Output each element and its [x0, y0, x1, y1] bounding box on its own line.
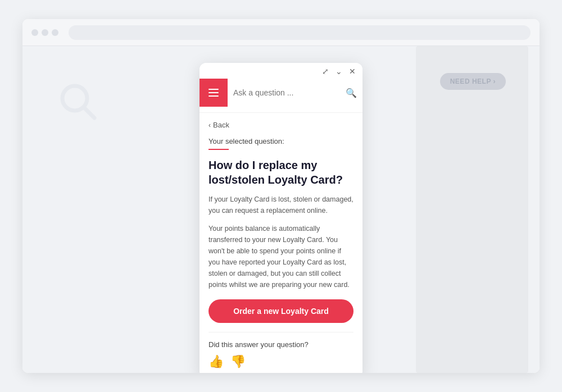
question-title: How do I replace my lost/stolen Loyalty …	[209, 158, 353, 187]
order-loyalty-card-button[interactable]: Order a new Loyalty Card	[209, 299, 353, 323]
address-bar[interactable]	[69, 25, 531, 40]
browser-dot-green	[52, 29, 58, 36]
answer-paragraph-1: If your Loyalty Card is lost, stolen or …	[209, 194, 353, 216]
close-icon[interactable]: ✕	[349, 67, 356, 75]
menu-button[interactable]	[200, 79, 228, 107]
widget-body: ‹ Back Your selected question: How do I …	[200, 113, 362, 373]
browser-dot-red	[31, 29, 38, 36]
background-panel	[416, 46, 528, 373]
thumbs-up-icon[interactable]: 👍	[209, 354, 224, 369]
browser-toolbar	[22, 19, 540, 46]
widget-controls: ⤢ ⌄ ✕	[200, 63, 362, 79]
chevron-down-icon[interactable]: ⌄	[336, 67, 342, 75]
back-chevron-icon: ‹	[209, 121, 211, 129]
browser-dot-yellow	[42, 29, 48, 36]
page-content: NEED HELP › ⤢ ⌄ ✕ �	[22, 46, 540, 373]
feedback-icons: 👍 👎	[209, 354, 353, 369]
search-icon[interactable]: 🔍	[346, 88, 357, 98]
background-search-icon	[56, 80, 101, 125]
browser-dots	[31, 29, 58, 36]
feedback-section: Did this answer your question? 👍 👎	[209, 332, 353, 369]
back-label: Back	[213, 121, 229, 129]
expand-icon[interactable]: ⤢	[322, 67, 329, 75]
svg-line-1	[84, 107, 94, 118]
question-label: Your selected question:	[209, 137, 353, 145]
feedback-label: Did this answer your question?	[209, 340, 353, 349]
search-area: 🔍	[228, 88, 362, 98]
browser-window: NEED HELP › ⤢ ⌄ ✕ �	[22, 19, 540, 373]
search-input[interactable]	[233, 88, 346, 97]
widget-header: 🔍	[200, 79, 362, 113]
hamburger-icon	[209, 89, 219, 97]
need-help-button[interactable]: NEED HELP ›	[440, 73, 506, 90]
answer-paragraph-2: Your points balance is automatically tra…	[209, 223, 353, 290]
back-link[interactable]: ‹ Back	[209, 121, 353, 129]
chat-widget: ⤢ ⌄ ✕ 🔍	[200, 63, 362, 373]
red-underline	[209, 149, 229, 150]
thumbs-down-icon[interactable]: 👎	[230, 354, 246, 369]
